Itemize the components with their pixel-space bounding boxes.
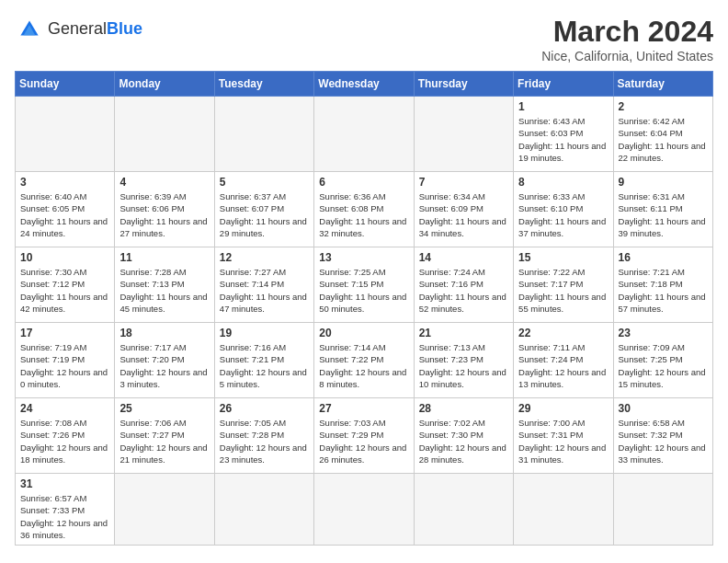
day-info: Sunrise: 6:33 AM Sunset: 6:10 PM Dayligh…: [518, 190, 608, 239]
day-number: 6: [319, 176, 408, 189]
day-info: Sunrise: 6:31 AM Sunset: 6:11 PM Dayligh…: [619, 190, 708, 239]
calendar-cell: 13Sunrise: 7:25 AM Sunset: 7:15 PM Dayli…: [314, 247, 414, 323]
day-info: Sunrise: 7:28 AM Sunset: 7:13 PM Dayligh…: [119, 266, 209, 315]
title-block: March 2024 Nice, California, United Stat…: [541, 15, 713, 63]
logo-icon: [15, 15, 44, 44]
weekday-header-row: SundayMondayTuesdayWednesdayThursdayFrid…: [16, 72, 713, 97]
day-number: 26: [220, 402, 309, 415]
day-info: Sunrise: 7:21 AM Sunset: 7:18 PM Dayligh…: [619, 266, 708, 315]
calendar-cell: 24Sunrise: 7:08 AM Sunset: 7:26 PM Dayli…: [16, 398, 115, 474]
day-number: 14: [419, 251, 508, 264]
calendar-cell: 4Sunrise: 6:39 AM Sunset: 6:06 PM Daylig…: [115, 172, 214, 247]
day-info: Sunrise: 6:43 AM Sunset: 6:03 PM Dayligh…: [518, 115, 608, 164]
day-number: 5: [220, 176, 309, 189]
day-number: 12: [220, 251, 309, 264]
calendar-cell: 18Sunrise: 7:17 AM Sunset: 7:20 PM Dayli…: [115, 323, 214, 398]
day-info: Sunrise: 7:02 AM Sunset: 7:30 PM Dayligh…: [419, 417, 508, 465]
location-subtitle: Nice, California, United States: [541, 49, 713, 63]
day-info: Sunrise: 7:17 AM Sunset: 7:20 PM Dayligh…: [119, 341, 209, 390]
day-info: Sunrise: 7:27 AM Sunset: 7:14 PM Dayligh…: [220, 266, 309, 315]
day-info: Sunrise: 7:09 AM Sunset: 7:25 PM Dayligh…: [619, 341, 708, 390]
day-number: 22: [518, 327, 608, 339]
calendar-cell: [214, 474, 313, 546]
weekday-header-thursday: Thursday: [414, 72, 513, 97]
calendar-cell: 26Sunrise: 7:05 AM Sunset: 7:28 PM Dayli…: [214, 398, 313, 474]
day-number: 19: [220, 327, 309, 339]
day-number: 9: [619, 176, 708, 189]
day-info: Sunrise: 6:58 AM Sunset: 7:32 PM Dayligh…: [619, 417, 708, 465]
day-number: 20: [319, 327, 408, 339]
calendar-cell: [115, 97, 214, 172]
calendar-week-5: 24Sunrise: 7:08 AM Sunset: 7:26 PM Dayli…: [16, 398, 713, 474]
calendar-cell: 6Sunrise: 6:36 AM Sunset: 6:08 PM Daylig…: [314, 172, 414, 247]
day-info: Sunrise: 7:24 AM Sunset: 7:16 PM Dayligh…: [419, 266, 508, 315]
day-info: Sunrise: 7:05 AM Sunset: 7:28 PM Dayligh…: [220, 417, 309, 465]
calendar-cell: 14Sunrise: 7:24 AM Sunset: 7:16 PM Dayli…: [414, 247, 513, 323]
calendar-cell: 25Sunrise: 7:06 AM Sunset: 7:27 PM Dayli…: [115, 398, 214, 474]
day-info: Sunrise: 7:16 AM Sunset: 7:21 PM Dayligh…: [220, 341, 309, 390]
calendar-cell: 11Sunrise: 7:28 AM Sunset: 7:13 PM Dayli…: [115, 247, 214, 323]
calendar-cell: 3Sunrise: 6:40 AM Sunset: 6:05 PM Daylig…: [16, 172, 115, 247]
day-number: 13: [319, 251, 408, 264]
calendar-cell: 29Sunrise: 7:00 AM Sunset: 7:31 PM Dayli…: [514, 398, 613, 474]
weekday-header-wednesday: Wednesday: [314, 72, 414, 97]
day-number: 28: [419, 402, 508, 415]
day-info: Sunrise: 6:37 AM Sunset: 6:07 PM Dayligh…: [220, 190, 309, 239]
day-number: 4: [119, 176, 209, 189]
day-info: Sunrise: 7:25 AM Sunset: 7:15 PM Dayligh…: [319, 266, 408, 315]
calendar-cell: [314, 97, 414, 172]
month-title: March 2024: [541, 15, 713, 49]
calendar-cell: 15Sunrise: 7:22 AM Sunset: 7:17 PM Dayli…: [514, 247, 613, 323]
day-number: 18: [119, 327, 209, 339]
calendar-cell: 1Sunrise: 6:43 AM Sunset: 6:03 PM Daylig…: [514, 97, 613, 172]
weekday-header-sunday: Sunday: [16, 72, 115, 97]
day-info: Sunrise: 7:19 AM Sunset: 7:19 PM Dayligh…: [20, 341, 109, 390]
weekday-header-tuesday: Tuesday: [214, 72, 313, 97]
calendar-cell: 7Sunrise: 6:34 AM Sunset: 6:09 PM Daylig…: [414, 172, 513, 247]
day-info: Sunrise: 7:11 AM Sunset: 7:24 PM Dayligh…: [518, 341, 608, 390]
day-info: Sunrise: 7:13 AM Sunset: 7:23 PM Dayligh…: [419, 341, 508, 390]
day-info: Sunrise: 7:08 AM Sunset: 7:26 PM Dayligh…: [20, 417, 109, 465]
logo: GeneralBlue: [15, 15, 142, 44]
calendar-cell: 12Sunrise: 7:27 AM Sunset: 7:14 PM Dayli…: [214, 247, 313, 323]
day-info: Sunrise: 7:30 AM Sunset: 7:12 PM Dayligh…: [20, 266, 109, 315]
day-number: 11: [119, 251, 209, 264]
calendar-cell: 21Sunrise: 7:13 AM Sunset: 7:23 PM Dayli…: [414, 323, 513, 398]
calendar-cell: 30Sunrise: 6:58 AM Sunset: 7:32 PM Dayli…: [613, 398, 712, 474]
calendar-cell: 28Sunrise: 7:02 AM Sunset: 7:30 PM Dayli…: [414, 398, 513, 474]
calendar-cell: 20Sunrise: 7:14 AM Sunset: 7:22 PM Dayli…: [314, 323, 414, 398]
day-info: Sunrise: 6:34 AM Sunset: 6:09 PM Dayligh…: [419, 190, 508, 239]
page-header: GeneralBlue March 2024 Nice, California,…: [15, 15, 713, 63]
calendar-cell: 17Sunrise: 7:19 AM Sunset: 7:19 PM Dayli…: [16, 323, 115, 398]
weekday-header-friday: Friday: [514, 72, 613, 97]
day-number: 16: [619, 251, 708, 264]
day-info: Sunrise: 6:57 AM Sunset: 7:33 PM Dayligh…: [20, 492, 109, 541]
day-number: 31: [20, 477, 109, 490]
day-number: 8: [518, 176, 608, 189]
calendar-week-4: 17Sunrise: 7:19 AM Sunset: 7:19 PM Dayli…: [16, 323, 713, 398]
day-number: 24: [20, 402, 109, 415]
day-number: 21: [419, 327, 508, 339]
day-info: Sunrise: 6:39 AM Sunset: 6:06 PM Dayligh…: [119, 190, 209, 239]
day-number: 17: [20, 327, 109, 339]
weekday-header-monday: Monday: [115, 72, 214, 97]
day-info: Sunrise: 7:06 AM Sunset: 7:27 PM Dayligh…: [119, 417, 209, 465]
day-number: 3: [20, 176, 109, 189]
day-info: Sunrise: 7:22 AM Sunset: 7:17 PM Dayligh…: [518, 266, 608, 315]
calendar-cell: [214, 97, 313, 172]
calendar-week-2: 3Sunrise: 6:40 AM Sunset: 6:05 PM Daylig…: [16, 172, 713, 247]
calendar-cell: [414, 97, 513, 172]
day-info: Sunrise: 6:42 AM Sunset: 6:04 PM Dayligh…: [619, 115, 708, 164]
calendar-week-3: 10Sunrise: 7:30 AM Sunset: 7:12 PM Dayli…: [16, 247, 713, 323]
calendar-cell: 31Sunrise: 6:57 AM Sunset: 7:33 PM Dayli…: [16, 474, 115, 546]
calendar-cell: 2Sunrise: 6:42 AM Sunset: 6:04 PM Daylig…: [613, 97, 712, 172]
calendar-table: SundayMondayTuesdayWednesdayThursdayFrid…: [15, 71, 713, 546]
day-info: Sunrise: 6:40 AM Sunset: 6:05 PM Dayligh…: [20, 190, 109, 239]
logo-text: GeneralBlue: [48, 20, 142, 39]
day-number: 30: [619, 402, 708, 415]
calendar-cell: 27Sunrise: 7:03 AM Sunset: 7:29 PM Dayli…: [314, 398, 414, 474]
day-info: Sunrise: 7:03 AM Sunset: 7:29 PM Dayligh…: [319, 417, 408, 465]
day-info: Sunrise: 7:00 AM Sunset: 7:31 PM Dayligh…: [518, 417, 608, 465]
calendar-cell: [414, 474, 513, 546]
calendar-cell: 8Sunrise: 6:33 AM Sunset: 6:10 PM Daylig…: [514, 172, 613, 247]
